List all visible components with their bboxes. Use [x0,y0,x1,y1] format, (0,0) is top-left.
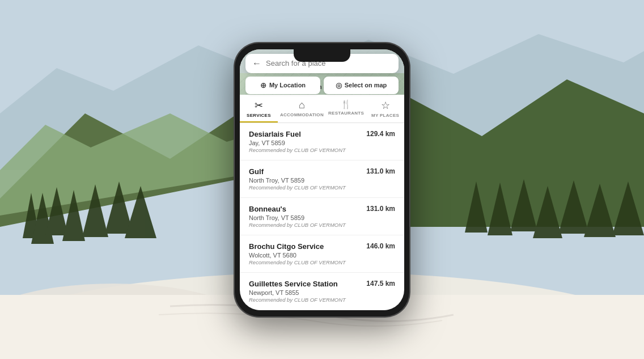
phone-notch [294,49,350,62]
tab-accommodation-label: ACCOMMODATION [280,112,324,117]
item-distance: 146.0 km [366,242,395,250]
list-item-content: Brochu Citgo Service Wolcott, VT 5680 Re… [249,242,362,265]
list-item-content: Bonneau's North Troy, VT 5859 Recommende… [249,205,362,228]
pin-icon: ◎ [336,81,342,90]
tab-services-label: SERVICES [247,113,271,118]
list-item-content: Desiarlais Fuel Jay, VT 5859 Recommended… [249,130,362,153]
services-list: Desiarlais Fuel Jay, VT 5859 Recommended… [240,123,404,310]
tab-my-places[interactable]: ☆ MY PLACES [366,95,404,123]
item-distance: 129.4 km [366,130,395,138]
my-location-button[interactable]: ⊕ My Location [245,77,320,94]
list-item-content: Gulf North Troy, VT 5859 Recommended by … [249,167,362,191]
list-item[interactable]: Gulf North Troy, VT 5859 Recommended by … [240,161,404,198]
services-icon: ✂ [255,99,263,112]
item-name: Desiarlais Fuel [249,130,362,138]
crosshair-icon: ⊕ [260,81,266,90]
list-item[interactable]: Brochu Citgo Service Wolcott, VT 5680 Re… [240,235,404,273]
phone-frame: 9:41 ●●● ▾ ▮ North Hyde ← [234,43,410,317]
tab-restaurants[interactable]: 🍴 RESTAURANTS [326,95,366,123]
tab-restaurants-label: RESTAURANTS [328,111,364,116]
item-distance: 131.0 km [366,167,395,175]
item-distance: 131.0 km [366,205,395,213]
select-on-map-button[interactable]: ◎ Select on map [324,77,399,94]
item-distance: 147.5 km [366,280,395,288]
item-address: Wolcott, VT 5680 [249,252,362,259]
item-recommended: Recommended by CLUB OF VERMONT [249,222,362,228]
back-icon[interactable]: ← [252,58,261,69]
select-on-map-label: Select on map [345,82,387,88]
item-address: Newport, VT 5855 [249,289,362,296]
tab-my-places-label: MY PLACES [371,113,399,118]
tab-accommodation[interactable]: ⌂ ACCOMMODATION [278,95,326,123]
item-recommended: Recommended by CLUB OF VERMONT [249,147,362,153]
list-item[interactable]: Desiarlais Fuel Jay, VT 5859 Recommended… [240,123,404,161]
item-name: Brochu Citgo Service [249,242,362,251]
item-recommended: Recommended by CLUB OF VERMONT [249,259,362,265]
phone-wrapper: 9:41 ●●● ▾ ▮ North Hyde ← [234,43,410,317]
item-recommended: Recommended by CLUB OF VERMONT [249,297,362,303]
item-name: Guillettes Service Station [249,280,362,288]
item-address: Jay, VT 5859 [249,140,362,146]
item-recommended: Recommended by CLUB OF VERMONT [249,184,362,191]
item-name: Bonneau's [249,205,362,213]
my-location-label: My Location [269,82,306,88]
list-item[interactable]: Guillettes Service Station Newport, VT 5… [240,273,404,310]
phone-screen: 9:41 ●●● ▾ ▮ North Hyde ← [240,49,404,310]
star-icon: ☆ [381,99,390,112]
list-item[interactable]: Bonneau's North Troy, VT 5859 Recommende… [240,198,404,235]
restaurants-icon: 🍴 [341,99,351,109]
tab-services[interactable]: ✂ SERVICES [240,95,278,123]
item-name: Gulf [249,167,362,176]
list-item-content: Guillettes Service Station Newport, VT 5… [249,280,362,303]
accommodation-icon: ⌂ [299,99,305,111]
item-address: North Troy, VT 5859 [249,214,362,221]
tabs: ✂ SERVICES ⌂ ACCOMMODATION 🍴 RESTAURANTS… [240,95,404,123]
item-address: North Troy, VT 5859 [249,177,362,184]
location-buttons: ⊕ My Location ◎ Select on map [245,77,399,94]
